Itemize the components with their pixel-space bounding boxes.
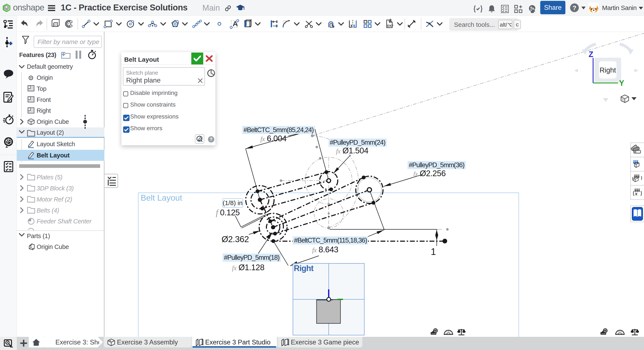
svg-text:Right: Right	[600, 66, 616, 74]
svg-text:Z: Z	[588, 50, 593, 59]
svg-text:x: x	[635, 190, 638, 197]
svg-text:Y: Y	[619, 79, 624, 87]
